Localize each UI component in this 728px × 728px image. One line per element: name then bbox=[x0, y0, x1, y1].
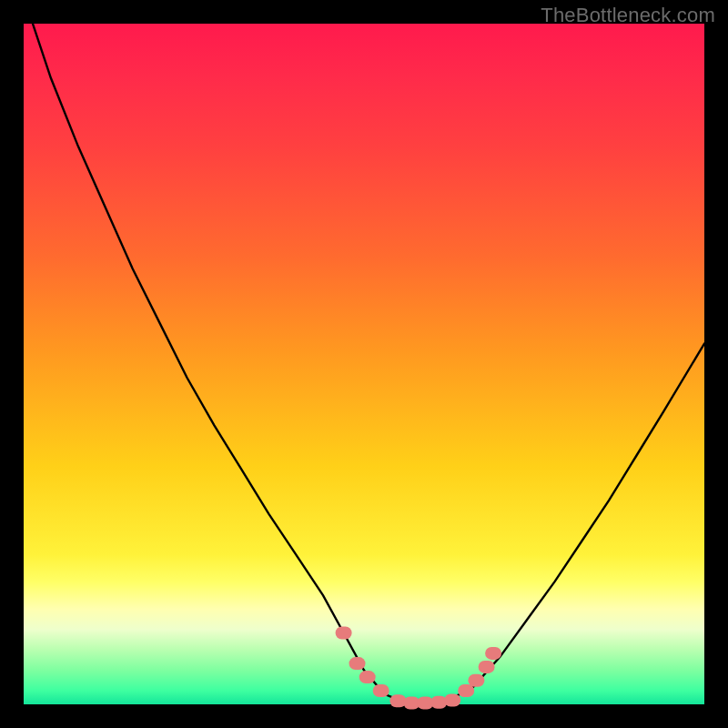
curve-marker bbox=[349, 657, 366, 670]
watermark-text: TheBottleneck.com bbox=[541, 4, 715, 27]
chart-frame: TheBottleneck.com bbox=[0, 0, 728, 728]
curve-marker bbox=[359, 671, 376, 683]
curve-marker bbox=[389, 694, 406, 707]
curve-markers-group bbox=[336, 627, 501, 710]
curve-marker bbox=[373, 684, 389, 697]
curve-marker bbox=[468, 674, 484, 687]
bottleneck-curve-svg bbox=[24, 24, 704, 704]
curve-marker bbox=[485, 647, 501, 660]
curve-marker bbox=[479, 661, 495, 673]
curve-marker bbox=[336, 627, 352, 640]
bottleneck-curve-line bbox=[24, 0, 704, 703]
curve-marker bbox=[444, 694, 460, 707]
